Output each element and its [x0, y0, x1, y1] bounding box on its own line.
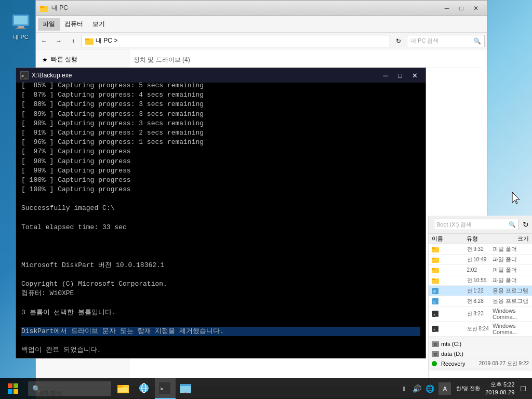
minimize-button[interactable]: ─: [440, 3, 454, 14]
svg-rect-62: [182, 393, 189, 393]
svg-rect-3: [16, 28, 26, 29]
desktop-icon-mypc[interactable]: 내 PC: [5, 10, 36, 43]
taskbar-cmd-icon: >_: [159, 382, 170, 394]
right-search-placeholder: Boot (X:) 검색: [436, 221, 472, 229]
file-row-2[interactable]: 전 10:49 파일 폴더: [429, 255, 532, 265]
right-search-box[interactable]: Boot (X:) 검색 🔍: [434, 219, 518, 230]
folder-icon-1: [432, 246, 439, 253]
folder-icon-2: [432, 256, 439, 263]
taskbar-item-explorer2[interactable]: [176, 378, 196, 399]
app-icon-5: E: [432, 287, 439, 295]
notification-center-btn[interactable]: □: [518, 384, 528, 393]
cmd-titlebar: >_ X:\Backup.exe ─ □ ✕: [16, 68, 425, 83]
right-panel-header: Boot (X:) 검색 🔍 ↻: [429, 216, 532, 234]
svg-rect-47: [8, 389, 12, 394]
ime-indicator-a[interactable]: A: [438, 382, 451, 395]
volume-icon[interactable]: 🔊: [413, 384, 421, 393]
explorer-right-panel: Boot (X:) 검색 🔍 ↻ 이름 유형 크기 전 9:32 파일 폴더 전…: [428, 216, 532, 399]
toolbar-view-btn[interactable]: 보기: [88, 18, 110, 31]
refresh-button[interactable]: ↻: [392, 35, 405, 47]
start-button[interactable]: [0, 378, 26, 399]
section-header: 장치 및 드라이브 (4): [134, 54, 483, 68]
svg-text:>_: >_: [21, 73, 27, 78]
network-icon[interactable]: 🌐: [425, 384, 434, 393]
file-type-3: 파일 폴더: [493, 266, 529, 274]
svg-rect-2: [18, 26, 24, 28]
file-row-5[interactable]: E 전 1:22 응용 프로그램: [429, 286, 532, 296]
file-type-8: Windows Comma...: [493, 323, 529, 335]
svg-text:>_: >_: [433, 312, 438, 317]
toolbar: 파일 컴퓨터 보기: [36, 16, 487, 33]
cmd-window: >_ X:\Backup.exe ─ □ ✕ [ 85% ] Capturing…: [16, 68, 426, 358]
cmd-minimize-btn[interactable]: ─: [379, 70, 392, 81]
svg-point-38: [435, 344, 436, 345]
cmd-icon-8: >_: [432, 325, 439, 332]
search-box[interactable]: 내 PC 검색 🔍: [407, 35, 485, 47]
cmd-icon: >_: [21, 72, 28, 79]
section-title: 장치 및 드라이브 (4): [134, 56, 190, 63]
toolbar-computer-btn[interactable]: 컴퓨터: [60, 18, 88, 31]
svg-marker-44: [512, 192, 520, 204]
recovery-row[interactable]: Recovery 2019-08-27 오전 9:22: [432, 359, 529, 369]
file-date-1: 전 9:32: [467, 246, 491, 253]
show-hidden-icons-btn[interactable]: ⇧: [400, 385, 408, 392]
svg-rect-27: [432, 278, 435, 280]
system-clock[interactable]: 오후 5:22 2019-08-29: [485, 381, 514, 397]
taskbar-search[interactable]: 🔍: [28, 381, 111, 396]
ime-hanyeong[interactable]: 한/영 전환: [455, 385, 481, 392]
file-date-5: 전 1:22: [467, 287, 491, 295]
desktop-icon-mypc-label: 내 PC: [13, 33, 28, 41]
taskbar-item-explorer[interactable]: [113, 378, 134, 399]
right-search-icon: 🔍: [509, 221, 516, 228]
svg-rect-61: [184, 392, 187, 393]
ime-hanyeong-label: 한/영 전환: [456, 385, 480, 391]
file-date-4: 전 10:55: [467, 277, 491, 284]
taskbar-explorer2-icon: [180, 382, 191, 394]
taskbar: 🔍: [0, 378, 532, 399]
search-placeholder: 내 PC 검색: [410, 37, 438, 45]
cmd-maximize-btn[interactable]: □: [393, 70, 407, 81]
drive-c-bottom-icon: [432, 340, 439, 348]
address-text: 내 PC >: [96, 36, 117, 45]
file-row-6[interactable]: E 전 8:28 응용 프로그램: [429, 296, 532, 307]
drive-c-bottom-label: mts (C:): [441, 341, 529, 347]
file-row-1[interactable]: 전 9:32 파일 폴더: [429, 244, 532, 255]
file-date-8: 오전 8:24: [467, 325, 491, 332]
svg-rect-50: [117, 385, 123, 388]
sidebar-item-quick[interactable]: ★ 빠른 실행: [36, 54, 129, 65]
file-row-7[interactable]: >_ 전 8:23 Windows Comma...: [429, 307, 532, 322]
taskbar-item-ie[interactable]: [134, 378, 155, 399]
taskbar-ie-icon: [138, 382, 150, 394]
right-panel-refresh[interactable]: ↻: [523, 220, 529, 229]
toolbar-file-btn[interactable]: 파일: [38, 18, 60, 31]
taskbar-item-cmd[interactable]: >_: [155, 378, 176, 399]
file-row-4[interactable]: 전 10:55 파일 폴더: [429, 275, 532, 286]
drive-c-bottom[interactable]: mts (C:): [432, 339, 529, 349]
file-type-7: Windows Comma...: [493, 308, 529, 320]
back-button[interactable]: ←: [38, 35, 50, 47]
drive-d-bottom[interactable]: data (D:): [432, 349, 529, 359]
file-type-1: 파일 폴더: [493, 245, 529, 253]
forward-button[interactable]: →: [52, 35, 65, 47]
file-date-3: 2:02: [467, 267, 491, 273]
file-row-3[interactable]: 2:02 파일 폴더: [429, 265, 532, 275]
cmd-close-btn[interactable]: ✕: [408, 70, 421, 81]
maximize-button[interactable]: □: [455, 3, 468, 14]
file-date-7: 전 8:23: [467, 310, 491, 317]
star-icon: ★: [42, 56, 48, 63]
svg-rect-48: [14, 389, 18, 394]
close-button[interactable]: ✕: [469, 3, 483, 14]
svg-text:E: E: [433, 300, 436, 304]
cmd-content[interactable]: [ 85% ] Capturing progress: 5 secs remai…: [16, 83, 425, 358]
file-explorer-titlebar: 내 PC ─ □ ✕: [36, 1, 487, 16]
svg-rect-23: [432, 258, 435, 259]
svg-rect-46: [14, 383, 18, 388]
address-field[interactable]: 내 PC >: [82, 35, 390, 47]
file-row-8[interactable]: >_ 오전 8:24 Windows Comma...: [429, 322, 532, 337]
window-controls: ─ □ ✕: [440, 3, 483, 14]
desktop: 내 PC 내 PC ─ □ ✕ 파일 컴퓨터 보기 ← → ↑: [0, 0, 532, 399]
app-icon-6: E: [432, 298, 439, 305]
svg-rect-5: [40, 6, 44, 8]
up-button[interactable]: ↑: [67, 35, 79, 47]
svg-text:>_: >_: [160, 385, 167, 392]
